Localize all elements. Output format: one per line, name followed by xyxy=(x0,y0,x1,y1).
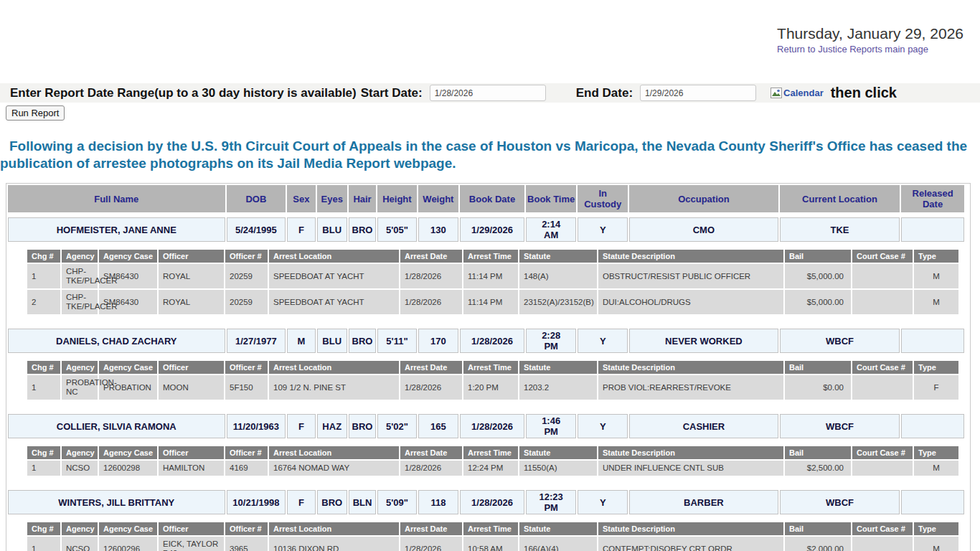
calendar-link[interactable]: Calendar xyxy=(771,88,824,98)
charge-col: Officer # xyxy=(225,361,268,374)
cell-agency: PROBATION-NC xyxy=(62,375,98,400)
report-col: In Custody xyxy=(578,185,628,212)
charge-col: Court Case # xyxy=(852,361,913,374)
charge-col: Agency xyxy=(62,522,98,535)
report-col: Occupation xyxy=(629,185,778,212)
cell-hair: BRO xyxy=(349,329,376,353)
cell-arrest-location: SPEEDBOAT AT YACHT xyxy=(269,290,399,314)
charges-table: Chg #AgencyAgency CaseOfficerOfficer #Ar… xyxy=(26,359,960,401)
jail-media-report: Full NameDOBSexEyesHairHeightWeightBook … xyxy=(6,183,971,551)
start-date-input[interactable] xyxy=(430,85,546,101)
charge-col: Officer xyxy=(159,522,224,535)
cell-arrest-date: 1/28/2026 xyxy=(400,461,462,476)
charge-col: Agency xyxy=(62,250,98,263)
date-range-controls: Enter Report Date Range(up to a 30 day h… xyxy=(0,83,980,103)
charge-col: Agency Case xyxy=(99,361,157,374)
cell-occupation: NEVER WORKED xyxy=(629,329,778,353)
cell-arrest-time: 11:14 PM xyxy=(463,290,518,314)
charge-col: Officer xyxy=(159,250,224,263)
cell-arrest-date: 1/28/2026 xyxy=(400,264,462,288)
cell-book-date: 1/28/2026 xyxy=(460,329,524,353)
cell-height: 5'09" xyxy=(377,490,416,514)
charge-col: Arrest Location xyxy=(269,446,399,459)
calendar-label: Calendar xyxy=(783,88,824,98)
charge-header-row: Chg #AgencyAgency CaseOfficerOfficer #Ar… xyxy=(27,250,958,263)
return-link[interactable]: Return to Justice Reports main page xyxy=(777,44,928,55)
charge-row: 2 CHP-TKE/PLACER SM86430 ROYAL 20259 SPE… xyxy=(27,290,958,314)
cell-arrest-date: 1/28/2026 xyxy=(400,290,462,314)
cell-weight: 118 xyxy=(418,490,458,514)
cell-court-case xyxy=(852,264,913,288)
report-col: Released Date xyxy=(901,185,964,212)
cell-officer-num: 4169 xyxy=(225,461,268,476)
end-date-label: End Date: xyxy=(576,86,633,100)
cell-chg-num: 1 xyxy=(27,537,60,551)
charge-col: Statute Description xyxy=(598,250,783,263)
cell-type: M xyxy=(914,290,958,314)
cell-current-location: TKE xyxy=(780,217,900,242)
cell-sex: M xyxy=(287,329,315,353)
cell-book-time: 2:14 AM xyxy=(526,217,577,242)
publication-notice: Following a decision by the U.S. 9th Cir… xyxy=(0,138,980,172)
cell-hair: BRO xyxy=(349,414,376,438)
cell-bail: $0.00 xyxy=(785,375,851,400)
report-body: HOFMEISTER, JANE ANNE 5/24/1995 F BLU BR… xyxy=(6,216,970,551)
calendar-icon xyxy=(771,88,782,98)
cell-court-case xyxy=(852,461,913,476)
cell-occupation: BARBER xyxy=(629,490,778,514)
charge-col: Officer # xyxy=(225,522,268,535)
cell-weight: 165 xyxy=(418,414,458,438)
cell-weight: 170 xyxy=(418,329,458,353)
cell-court-case xyxy=(852,375,913,400)
charge-col: Chg # xyxy=(27,446,60,459)
report-col: Height xyxy=(377,185,416,212)
date-range-prompt: Enter Report Date Range(up to a 30 day h… xyxy=(10,86,357,100)
cell-arrest-location: 109 1/2 N. PINE ST xyxy=(269,375,399,400)
cell-book-time: 1:46 PM xyxy=(526,414,577,438)
cell-full-name: COLLIER, SILVIA RAMONA xyxy=(8,414,225,438)
cell-dob: 5/24/1995 xyxy=(227,217,286,242)
cell-bail: $5,000.00 xyxy=(785,290,851,314)
charge-col: Arrest Location xyxy=(269,522,399,535)
charge-row: 1 CHP-TKE/PLACER SM86430 ROYAL 20259 SPE… xyxy=(27,264,958,288)
cell-officer: EICK, TAYLOR P40 xyxy=(159,537,224,551)
run-report-button[interactable]: Run Report xyxy=(6,105,65,121)
cell-statute-description: CONTEMPT:DISOBEY CRT ORDR xyxy=(598,537,783,551)
cell-chg-num: 1 xyxy=(27,264,60,288)
charge-col: Agency Case xyxy=(99,446,157,459)
report-header-row: Full NameDOBSexEyesHairHeightWeightBook … xyxy=(8,185,964,212)
charge-col: Court Case # xyxy=(852,250,913,263)
cell-bail: $2,500.00 xyxy=(785,461,851,476)
cell-book-date: 1/28/2026 xyxy=(460,414,524,438)
cell-book-time: 12:23 PM xyxy=(526,490,577,514)
cell-released-date xyxy=(901,217,964,242)
report-col: Full Name xyxy=(8,185,225,212)
cell-agency: CHP-TKE/PLACER xyxy=(62,264,98,288)
charge-col: Arrest Date xyxy=(400,361,462,374)
charge-col: Court Case # xyxy=(852,446,913,459)
cell-officer: MOON xyxy=(159,375,224,400)
charge-col: Statute Description xyxy=(598,446,783,459)
cell-released-date xyxy=(901,329,964,353)
charge-col: Officer # xyxy=(225,446,268,459)
charge-col: Statute Description xyxy=(598,522,783,535)
cell-bail: $5,000.00 xyxy=(785,264,851,288)
charge-col: Agency Case xyxy=(99,250,157,263)
cell-full-name: HOFMEISTER, JANE ANNE xyxy=(8,217,225,242)
charge-header-row: Chg #AgencyAgency CaseOfficerOfficer #Ar… xyxy=(27,446,958,459)
charge-col: Type xyxy=(914,446,958,459)
cell-in-custody: Y xyxy=(578,217,628,242)
cell-height: 5'05" xyxy=(377,217,416,242)
charge-col: Agency Case xyxy=(99,522,157,535)
cell-book-date: 1/29/2026 xyxy=(460,217,524,242)
charges-table: Chg #AgencyAgency CaseOfficerOfficer #Ar… xyxy=(26,248,960,316)
charge-col: Arrest Time xyxy=(463,361,518,374)
charge-col: Officer # xyxy=(225,250,268,263)
end-date-input[interactable] xyxy=(640,85,756,101)
report-col: Book Time xyxy=(526,185,577,212)
cell-arrest-time: 11:14 PM xyxy=(463,264,518,288)
charge-col: Bail xyxy=(785,361,851,374)
cell-arrest-location: 10136 DIXON RD xyxy=(269,537,399,551)
cell-agency: NCSO xyxy=(62,461,98,476)
cell-chg-num: 2 xyxy=(27,290,60,314)
